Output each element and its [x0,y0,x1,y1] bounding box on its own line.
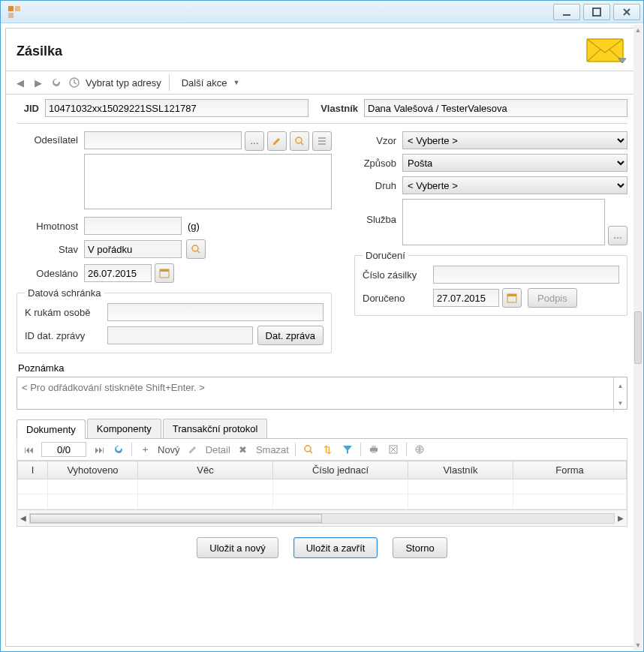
grid-sep [360,443,361,456]
grid-col-owner[interactable]: Vlastník [408,461,513,479]
sent-date-input[interactable] [84,264,152,282]
more-actions-label: Další akce [182,77,227,89]
sender-address-textarea[interactable] [84,154,332,209]
grid-col-created[interactable]: Vyhotoveno [48,461,138,479]
chevron-down-icon: ▼ [233,79,239,86]
grid-col-refno[interactable]: Číslo jednací [273,461,408,479]
scroll-thumb[interactable] [30,514,322,523]
svg-rect-0 [8,6,14,11]
msg-id-row: ID dat. zprávy Dat. zpráva [25,326,324,345]
grid-detail-button[interactable]: Detail [206,444,230,455]
nav-prev-icon[interactable]: ◀ [14,76,27,89]
scroll-right-icon[interactable]: ▶ [618,514,624,522]
nav-next-icon[interactable]: ▶ [32,76,45,89]
maximize-button[interactable] [583,4,610,20]
grid-delete-button[interactable]: Smazat [256,444,289,455]
table-row[interactable] [18,494,627,509]
svg-rect-2 [8,13,14,18]
grid-col-subject[interactable]: Věc [138,461,273,479]
kind-select[interactable]: < Vyberte > [402,176,627,194]
note-down-icon[interactable]: ▼ [614,395,627,412]
weight-row: Hmotnost (g) [17,217,332,235]
grid-sort-icon[interactable]: ⇅ [321,443,335,456]
state-input[interactable] [84,240,182,258]
tab-documents[interactable]: Dokumenty [17,419,86,439]
sender-edit-button[interactable] [267,131,287,151]
minimize-button[interactable] [553,4,580,20]
left-column: Odesílatel … [17,131,332,359]
delivered-date-input[interactable] [433,289,499,307]
note-label: Poznámka [18,362,627,374]
template-row: Vzor < Vyberte > [354,131,627,149]
tab-tx-log[interactable]: Transakční protokol [163,419,268,438]
scroll-track[interactable] [29,513,615,524]
method-select[interactable]: Pošta [402,154,627,172]
scroll-down-icon[interactable]: ▼ [635,640,642,650]
note-spinner: ▲ ▼ [613,377,627,412]
delivered-calendar-button[interactable] [502,288,522,308]
to-hands-input[interactable] [107,303,324,321]
svg-point-7 [296,137,302,143]
window-vscrollbar[interactable]: ▲ ▼ [633,25,642,650]
grid-search-icon[interactable] [302,443,315,456]
tab-components[interactable]: Komponenty [87,419,161,438]
tabs: Dokumenty Komponenty Transakční protokol [17,419,627,439]
sender-search-button[interactable] [290,131,309,151]
cancel-button[interactable]: Storno [393,537,447,558]
grid-new-icon[interactable]: ＋ [138,443,152,456]
refresh-icon[interactable] [50,76,63,89]
grid-new-button[interactable]: Nový [158,444,180,455]
save-and-close-button[interactable]: Uložit a zavřít [293,537,378,558]
msg-id-input[interactable] [107,326,253,344]
window: Zásilka ◀ ▶ Vybrat typ adresy [0,0,644,652]
grid-first-icon[interactable]: ⏮ [22,443,35,456]
weight-input[interactable] [84,217,182,235]
more-actions-dropdown[interactable]: Další akce ▼ [177,77,245,89]
owner-label: Vlastník [308,103,364,114]
scroll-up-icon[interactable]: ▲ [635,25,642,35]
sender-list-button[interactable] [312,131,332,151]
grid-globe-icon[interactable] [413,443,426,456]
select-address-type-button[interactable]: Vybrat typ adresy [86,77,161,89]
to-hands-label: K rukám osobě [25,307,107,318]
page-title: Zásilka [17,44,585,59]
delivery-legend: Doručení [363,250,408,261]
service-browse-button[interactable]: … [608,226,627,245]
grid-header-row: I Vyhotoveno Věc Číslo jednací Vlastník … [18,461,627,479]
note-wrap: ▲ ▼ [17,377,627,413]
note-textarea[interactable] [17,377,627,410]
grid-refresh-icon[interactable] [112,443,125,456]
svg-rect-1 [15,6,20,11]
signature-button[interactable]: Podpis [528,288,577,308]
save-and-new-button[interactable]: Uložit a nový [197,537,278,558]
sent-calendar-button[interactable] [155,263,174,283]
to-hands-row: K rukám osobě [25,303,324,321]
grid-col-i[interactable]: I [18,461,48,479]
sender-browse-button[interactable]: … [245,131,264,151]
table-row[interactable] [18,479,627,494]
kind-label: Druh [354,180,402,191]
note-up-icon[interactable]: ▲ [614,377,627,395]
shipment-no-input[interactable] [433,266,619,284]
grid-export-icon[interactable] [387,443,400,456]
service-textarea[interactable] [402,199,605,245]
grid-print-icon[interactable] [367,443,381,456]
owner-input[interactable] [364,99,627,117]
dat-message-button[interactable]: Dat. zpráva [257,326,324,345]
jid-input[interactable] [45,99,308,117]
template-select[interactable]: < Vyberte > [402,131,627,149]
state-lookup-button[interactable] [186,239,206,259]
form-toolbar: ◀ ▶ Vybrat typ adresy Další akce ▼ [6,71,638,95]
grid-filter-icon[interactable] [341,443,354,456]
app-icon [7,5,22,20]
history-icon[interactable] [68,76,81,89]
grid-hscrollbar[interactable]: ◀ ▶ [17,509,627,526]
grid-pager[interactable] [41,442,86,457]
scroll-left-icon[interactable]: ◀ [20,514,26,522]
grid-last-icon[interactable]: ⏭ [92,443,106,456]
grid-col-form[interactable]: Forma [513,461,627,479]
sender-input[interactable] [84,131,242,149]
grid-sep [406,443,407,456]
scroll-thumb[interactable] [634,311,642,364]
close-button[interactable] [613,4,640,20]
